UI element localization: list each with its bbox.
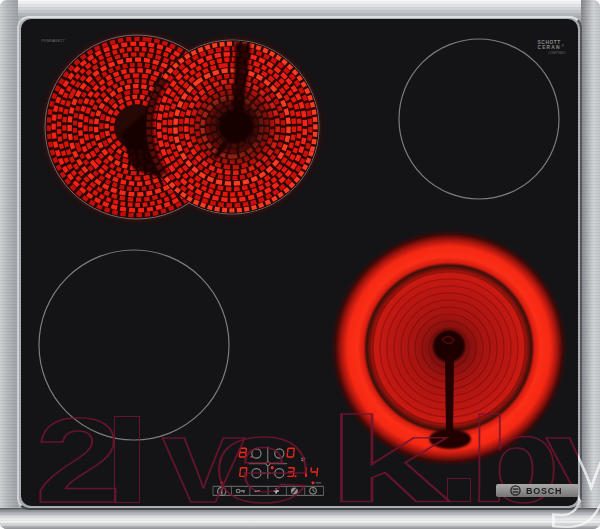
svg-text:®: ® (562, 44, 565, 48)
svg-text:min: min (316, 481, 322, 485)
svg-text:CERAN: CERAN (538, 45, 561, 50)
svg-text:PKM6A6B17: PKM6A6B17 (42, 39, 65, 43)
svg-text:CLEARTRANS: CLEARTRANS (548, 51, 566, 55)
